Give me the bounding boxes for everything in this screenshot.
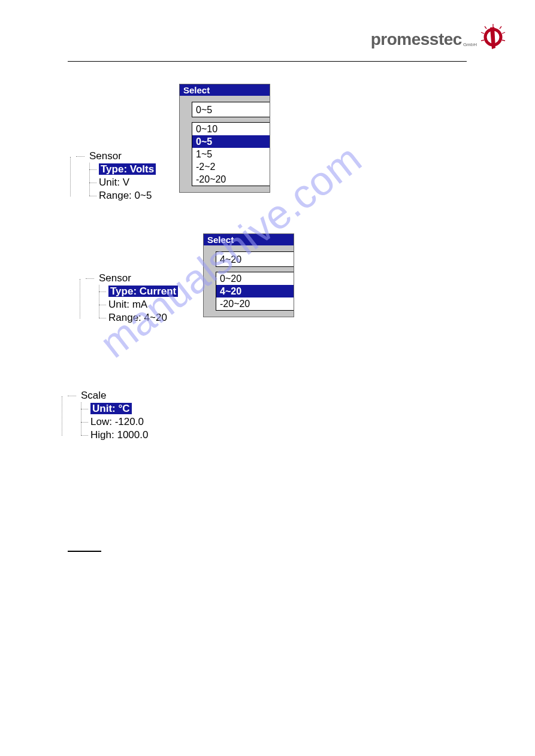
select-current[interactable]: 0~5 [192, 102, 270, 117]
low-row[interactable]: Low: -120.0 [74, 415, 458, 429]
svg-line-2 [500, 26, 501, 29]
range-row[interactable]: Range: 4~20 [92, 311, 178, 324]
brand-name: promesstec [371, 31, 462, 48]
type-row[interactable]: Type: Current [92, 285, 178, 298]
brand-suffix: GmbH [463, 42, 477, 47]
svg-line-6 [502, 40, 505, 41]
select-option[interactable]: 4~20 [216, 285, 294, 297]
high-row[interactable]: High: 1000.0 [74, 429, 458, 442]
svg-line-3 [481, 32, 484, 34]
gauge-icon [480, 24, 506, 55]
current-range-select[interactable]: Select 4~20 0~204~20-20~20 [203, 233, 294, 317]
select-option[interactable]: 0~5 [192, 135, 270, 148]
select-option[interactable]: -20~20 [216, 297, 294, 310]
select-option[interactable]: 0~20 [216, 272, 294, 285]
unit-row[interactable]: Unit: °C [74, 402, 458, 415]
select-title: Select [180, 84, 270, 96]
select-options: 0~100~51~5-2~2-20~20 [192, 122, 270, 186]
header-divider [68, 61, 467, 62]
sensor-volts-tree: Sensor Type: Volts Unit: V Range: 0~5 [68, 150, 156, 202]
select-title: Select [204, 234, 294, 245]
svg-line-1 [485, 26, 486, 29]
scale-root: Scale [68, 389, 458, 402]
underline [68, 551, 101, 552]
select-option[interactable]: 0~10 [192, 123, 270, 135]
select-options: 0~204~20-20~20 [216, 272, 294, 311]
range-row[interactable]: Range: 0~5 [82, 189, 156, 202]
select-option[interactable]: 1~5 [192, 148, 270, 160]
unit-row[interactable]: Unit: mA [92, 298, 178, 311]
unit-row[interactable]: Unit: V [82, 176, 156, 189]
svg-line-5 [481, 40, 484, 41]
sensor-root: Sensor [76, 150, 156, 163]
select-current[interactable]: 4~20 [216, 251, 294, 267]
select-option[interactable]: -2~2 [192, 160, 270, 173]
sensor-root: Sensor [86, 272, 178, 285]
volts-range-select[interactable]: Select 0~5 0~100~51~5-2~2-20~20 [179, 84, 270, 193]
scale-tree: Scale Unit: °C Low: -120.0 High: 1000.0 [59, 389, 458, 442]
type-row[interactable]: Type: Volts [82, 163, 156, 176]
sensor-current-tree: Sensor Type: Current Unit: mA Range: 4~2… [77, 272, 178, 324]
brand-logo: promesstec GmbH [371, 24, 506, 55]
select-option[interactable]: -20~20 [192, 173, 270, 186]
svg-line-4 [502, 32, 505, 34]
